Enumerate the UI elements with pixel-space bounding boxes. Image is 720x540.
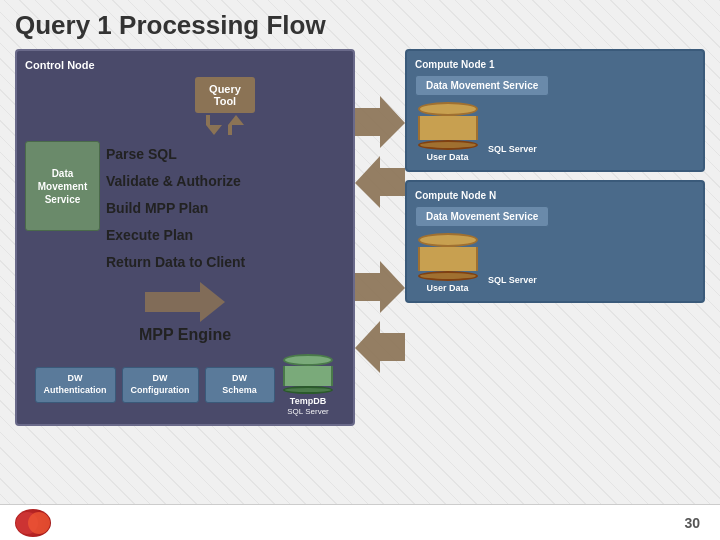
sql-server-label-n: SQL Server xyxy=(488,275,537,285)
cylinder-n xyxy=(415,233,480,281)
tempdb-body xyxy=(283,366,333,386)
dms-service-box-1: Data Movement Service xyxy=(415,75,549,96)
db-schema-label: DW Schema xyxy=(214,373,266,396)
step-execute: Execute Plan xyxy=(106,222,345,249)
svg-marker-1 xyxy=(355,96,405,148)
query-tool-area: Query Tool xyxy=(105,77,345,135)
bottom-databases: DW Authentication DW Configuration DW Sc… xyxy=(25,354,345,416)
user-data-cylinder-1: User Data xyxy=(415,102,480,162)
mpp-engine-area: MPP Engine xyxy=(25,282,345,344)
db-configuration: DW Configuration xyxy=(122,367,199,402)
compute-node-1: Compute Node 1 Data Movement Service Use… xyxy=(405,49,705,172)
svg-marker-0 xyxy=(145,282,225,322)
db-auth-label: DW Authentication xyxy=(44,373,107,396)
step-return: Return Data to Client xyxy=(106,249,345,276)
sql-server-label-1: SQL Server xyxy=(488,144,537,154)
side-arrows-svg xyxy=(355,78,405,398)
steps-area: Data Movement Service Parse SQL Validate… xyxy=(25,141,345,276)
tempdb-label: TempDB xyxy=(290,396,326,406)
step-validate: Validate & Authorize xyxy=(106,168,345,195)
svg-point-6 xyxy=(28,512,50,534)
user-data-cylinder-n: User Data xyxy=(415,233,480,293)
right-panels: Compute Node 1 Data Movement Service Use… xyxy=(405,49,705,426)
sql-server-area-1: SQL Server xyxy=(488,144,537,162)
query-tool-label: Query Tool xyxy=(209,83,241,107)
arrow-down-1 xyxy=(206,115,222,135)
cylinder-body-n xyxy=(418,247,478,271)
db-config-label: DW Configuration xyxy=(131,373,190,396)
page-title: Query 1 Processing Flow xyxy=(15,10,705,41)
logo xyxy=(15,509,51,537)
cylinder-top-n xyxy=(418,233,478,247)
user-data-label-n: User Data xyxy=(426,283,468,293)
cylinder-1 xyxy=(415,102,480,150)
center-arrows xyxy=(365,49,395,426)
dms-label: Data Movement Service xyxy=(38,167,87,206)
control-node: Control Node Query Tool xyxy=(15,49,355,426)
tempdb-area: TempDB SQL Server xyxy=(281,354,336,416)
cylinder-body-1 xyxy=(418,116,478,140)
svg-marker-3 xyxy=(355,261,405,313)
cylinder-top-1 xyxy=(418,102,478,116)
page-number: 30 xyxy=(684,515,700,531)
compute-node-1-label: Compute Node 1 xyxy=(415,59,695,70)
user-data-row-n: User Data SQL Server xyxy=(415,233,695,293)
cylinder-bottom-1 xyxy=(418,140,478,150)
dms-service-box-n: Data Movement Service xyxy=(415,206,549,227)
svg-marker-4 xyxy=(355,321,405,373)
tempdb-cylinder xyxy=(281,354,336,394)
cylinder-bottom-n xyxy=(418,271,478,281)
db-schema: DW Schema xyxy=(205,367,275,402)
user-data-label-1: User Data xyxy=(426,152,468,162)
steps-list: Parse SQL Validate & Authorize Build MPP… xyxy=(106,141,345,276)
compute-node-n: Compute Node N Data Movement Service Use… xyxy=(405,180,705,303)
bottom-bar: 30 xyxy=(0,504,720,540)
mpp-engine-label: MPP Engine xyxy=(25,326,345,344)
arrow-up-1 xyxy=(228,115,244,135)
sql-server-label-bottom: SQL Server xyxy=(287,407,329,416)
compute-node-n-label: Compute Node N xyxy=(415,190,695,201)
step-build-mpp: Build MPP Plan xyxy=(106,195,345,222)
step-parse-sql: Parse SQL xyxy=(106,141,345,168)
dms-box: Data Movement Service xyxy=(25,141,100,231)
sql-server-area-n: SQL Server xyxy=(488,275,537,293)
db-authentication: DW Authentication xyxy=(35,367,116,402)
tempdb-bottom xyxy=(283,386,333,394)
tempdb-top xyxy=(283,354,333,366)
user-data-row-1: User Data SQL Server xyxy=(415,102,695,162)
svg-marker-2 xyxy=(355,156,405,208)
mpp-arrow-right xyxy=(145,282,225,322)
control-node-label: Control Node xyxy=(25,59,345,71)
query-tool-box: Query Tool xyxy=(195,77,255,113)
